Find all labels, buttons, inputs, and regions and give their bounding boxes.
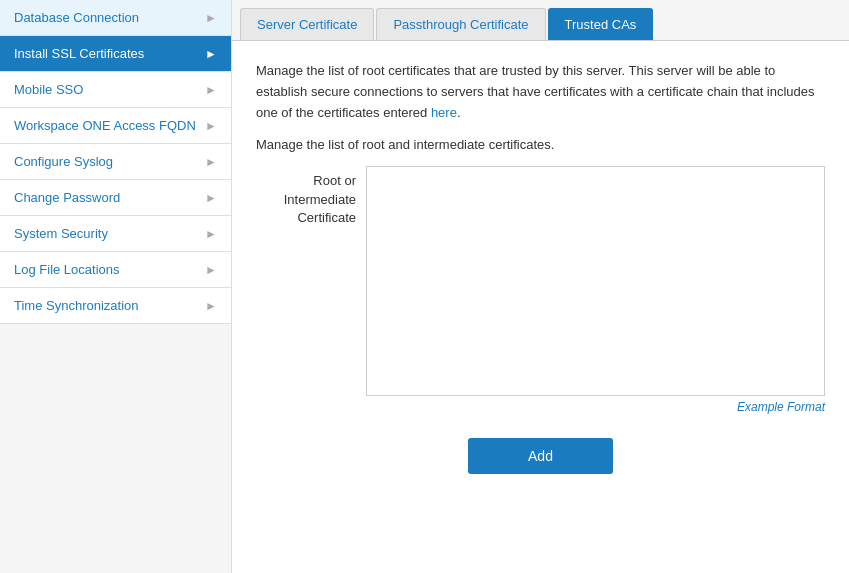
sidebar-label-mobile-sso: Mobile SSO: [14, 82, 205, 97]
sidebar-label-system-security: System Security: [14, 226, 205, 241]
add-button-row: Add: [256, 438, 825, 474]
sidebar-item-configure-syslog[interactable]: Configure Syslog►: [0, 144, 231, 180]
sidebar-label-time-synchronization: Time Synchronization: [14, 298, 205, 313]
sidebar-label-database-connection: Database Connection: [14, 10, 205, 25]
sidebar-item-system-security[interactable]: System Security►: [0, 216, 231, 252]
content-area: Manage the list of root certificates tha…: [232, 41, 849, 573]
manage-intermediate-text: Manage the list of root and intermediate…: [256, 137, 825, 152]
cert-label: Root orIntermediateCertificate: [256, 166, 366, 227]
chevron-icon: ►: [205, 227, 217, 241]
sidebar-item-workspace-fqdn[interactable]: Workspace ONE Access FQDN►: [0, 108, 231, 144]
tab-bar: Server CertificatePassthrough Certificat…: [232, 0, 849, 41]
sidebar-label-workspace-fqdn: Workspace ONE Access FQDN: [14, 118, 205, 133]
sidebar-item-install-ssl[interactable]: Install SSL Certificates►: [0, 36, 231, 72]
chevron-icon: ►: [205, 299, 217, 313]
chevron-icon: ►: [205, 83, 217, 97]
sidebar-label-install-ssl: Install SSL Certificates: [14, 46, 205, 61]
sidebar-item-database-connection[interactable]: Database Connection►: [0, 0, 231, 36]
description-text: Manage the list of root certificates tha…: [256, 61, 825, 123]
sidebar-label-configure-syslog: Configure Syslog: [14, 154, 205, 169]
chevron-icon: ►: [205, 119, 217, 133]
chevron-icon: ►: [205, 263, 217, 277]
chevron-icon: ►: [205, 47, 217, 61]
sidebar-item-mobile-sso[interactable]: Mobile SSO►: [0, 72, 231, 108]
sidebar-item-log-file-locations[interactable]: Log File Locations►: [0, 252, 231, 288]
example-format-row: Example Format: [256, 400, 825, 414]
sidebar: Database Connection►Install SSL Certific…: [0, 0, 232, 573]
sidebar-label-log-file-locations: Log File Locations: [14, 262, 205, 277]
tab-server-cert[interactable]: Server Certificate: [240, 8, 374, 40]
tab-passthrough-cert[interactable]: Passthrough Certificate: [376, 8, 545, 40]
chevron-icon: ►: [205, 11, 217, 25]
sidebar-item-change-password[interactable]: Change Password►: [0, 180, 231, 216]
tab-trusted-cas[interactable]: Trusted CAs: [548, 8, 654, 40]
certificate-textarea[interactable]: [366, 166, 825, 396]
sidebar-item-time-synchronization[interactable]: Time Synchronization►: [0, 288, 231, 324]
add-button[interactable]: Add: [468, 438, 613, 474]
sidebar-label-change-password: Change Password: [14, 190, 205, 205]
chevron-icon: ►: [205, 191, 217, 205]
here-link[interactable]: here: [431, 105, 457, 120]
certificate-row: Root orIntermediateCertificate: [256, 166, 825, 396]
main-content: Server CertificatePassthrough Certificat…: [232, 0, 849, 573]
chevron-icon: ►: [205, 155, 217, 169]
example-format-link[interactable]: Example Format: [737, 400, 825, 414]
